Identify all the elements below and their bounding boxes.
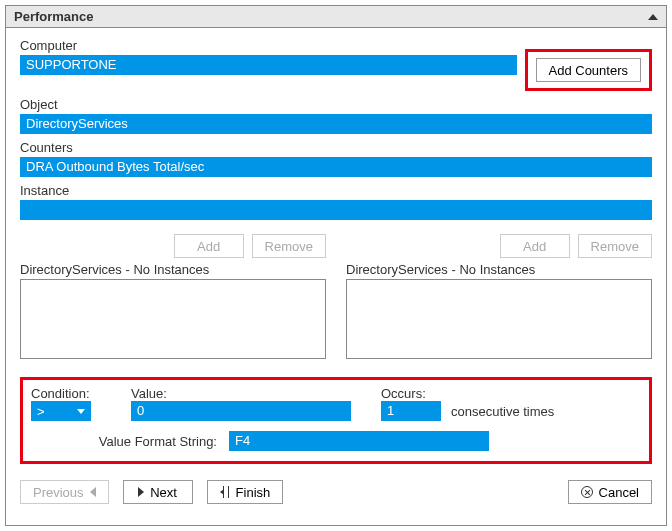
object-label: Object: [20, 97, 652, 112]
counters-label: Counters: [20, 140, 652, 155]
right-list-column: Add Remove DirectoryServices - No Instan…: [346, 234, 652, 359]
occurs-label: Occurs:: [381, 386, 554, 401]
panel-title: Performance: [14, 9, 93, 24]
previous-label: Previous: [33, 485, 84, 500]
previous-button: Previous: [20, 480, 109, 504]
right-add-button: Add: [500, 234, 570, 258]
value-label: Value:: [131, 386, 351, 401]
chevron-down-icon: [77, 409, 85, 414]
condition-highlight: Condition: > Value: Occurs: consecutive …: [20, 377, 652, 464]
collapse-icon[interactable]: [648, 14, 658, 20]
computer-field[interactable]: [20, 55, 517, 75]
cancel-label: Cancel: [599, 485, 639, 500]
panel-header[interactable]: Performance: [6, 6, 666, 28]
value-format-label: Value Format String:: [31, 434, 221, 449]
performance-panel: Performance Computer Add Counters Object…: [5, 5, 667, 526]
left-list-caption: DirectoryServices - No Instances: [20, 262, 326, 277]
left-list-column: Add Remove DirectoryServices - No Instan…: [20, 234, 326, 359]
counters-field[interactable]: [20, 157, 652, 177]
instance-field[interactable]: [20, 200, 652, 220]
right-list-caption: DirectoryServices - No Instances: [346, 262, 652, 277]
condition-label: Condition:: [31, 386, 101, 401]
wizard-footer: Previous Next Finish Cancel: [20, 480, 652, 504]
consecutive-label: consecutive times: [451, 404, 554, 419]
instance-label: Instance: [20, 183, 652, 198]
value-field[interactable]: [131, 401, 351, 421]
right-remove-button: Remove: [578, 234, 652, 258]
left-add-button: Add: [174, 234, 244, 258]
cancel-button[interactable]: Cancel: [568, 480, 652, 504]
left-remove-button: Remove: [252, 234, 326, 258]
arrow-right-icon: [138, 487, 144, 497]
add-counters-highlight: Add Counters: [525, 49, 653, 91]
condition-dropdown[interactable]: >: [31, 401, 91, 421]
next-button[interactable]: Next: [123, 480, 193, 504]
value-format-field[interactable]: [229, 431, 489, 451]
occurs-field[interactable]: [381, 401, 441, 421]
add-counters-button[interactable]: Add Counters: [536, 58, 642, 82]
left-list-box[interactable]: [20, 279, 326, 359]
finish-label: Finish: [236, 485, 271, 500]
next-label: Next: [150, 485, 177, 500]
condition-value: >: [37, 404, 45, 419]
finish-button[interactable]: Finish: [207, 480, 284, 504]
object-field[interactable]: [20, 114, 652, 134]
panel-body: Computer Add Counters Object Counters In…: [6, 28, 666, 525]
finish-icon: [220, 486, 230, 498]
arrow-left-icon: [90, 487, 96, 497]
cancel-icon: [581, 486, 593, 498]
right-list-box[interactable]: [346, 279, 652, 359]
